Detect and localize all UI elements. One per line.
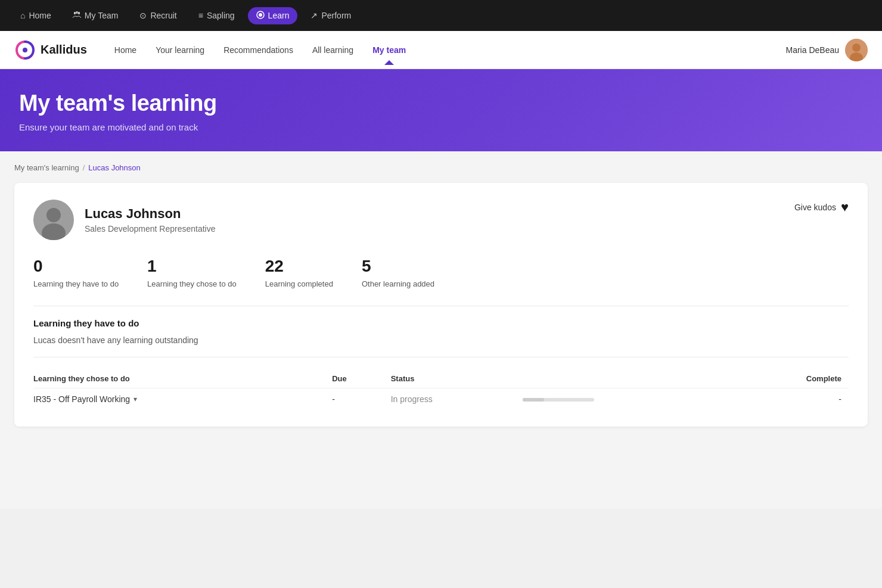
give-kudos-button[interactable]: Give kudos ♥: [794, 200, 849, 215]
profile-info: Lucas Johnson Sales Development Represen…: [33, 200, 215, 240]
recruit-icon: ⊙: [139, 11, 147, 20]
learning-item-status-cell: In progress: [391, 388, 523, 410]
logo[interactable]: Kallidus: [14, 39, 87, 61]
kallidus-logo-icon: [14, 39, 36, 61]
user-name: Maria DeBeau: [786, 45, 840, 55]
hero-banner: My team's learning Ensure your team are …: [0, 69, 882, 151]
top-navigation: ⌂ Home My Team ⊙ Recruit ≡ Sapling Learn: [0, 0, 882, 31]
kudos-label: Give kudos: [794, 203, 836, 212]
top-nav-item-perform[interactable]: ↗ Perform: [302, 7, 359, 24]
profile-name: Lucas Johnson: [85, 206, 215, 222]
stat-other-added: 5 Other learning added: [362, 257, 434, 289]
stat-have-to-do: 0 Learning they have to do: [33, 257, 119, 289]
table-row: IR35 - Off Payroll Working ▾ - In progre…: [33, 388, 849, 410]
user-avatar: [845, 39, 868, 61]
stat-completed: 22 Learning completed: [265, 257, 333, 289]
top-nav-item-recruit[interactable]: ⊙ Recruit: [131, 7, 185, 24]
stat-label-other-added: Other learning added: [362, 279, 434, 288]
stat-label-chose-to-do: Learning they chose to do: [147, 279, 237, 288]
my-team-icon: [73, 11, 81, 21]
profile-text: Lucas Johnson Sales Development Represen…: [85, 206, 215, 234]
svg-rect-1: [78, 12, 80, 14]
profile-avatar: [33, 200, 74, 240]
learn-icon: [256, 11, 265, 21]
sapling-icon: ≡: [198, 11, 203, 20]
col-header-complete: Complete: [734, 369, 849, 388]
divider-2: [33, 357, 849, 357]
stats-row: 0 Learning they have to do 1 Learning th…: [33, 257, 849, 289]
breadcrumb: My team's learning / Lucas Johnson: [14, 163, 868, 172]
active-nav-indicator: [384, 60, 394, 65]
home-icon: ⌂: [20, 11, 25, 20]
stat-number-have-to-do: 0: [33, 257, 119, 276]
profile-card: Lucas Johnson Sales Development Represen…: [14, 183, 868, 427]
profile-role: Sales Development Representative: [85, 224, 215, 234]
top-nav-item-my-team[interactable]: My Team: [64, 7, 127, 24]
stat-number-completed: 22: [265, 257, 333, 276]
divider-1: [33, 306, 849, 306]
profile-header: Lucas Johnson Sales Development Represen…: [33, 200, 849, 240]
col-header-progress: [523, 369, 735, 388]
learning-item-title: IR35 - Off Payroll Working: [33, 394, 130, 404]
stat-number-chose-to-do: 1: [147, 257, 237, 276]
hero-title: My team's learning: [19, 91, 863, 116]
secondary-nav-links: Home Your learning Recommendations All l…: [106, 41, 786, 60]
section-have-to-do: Learning they have to do Lucas doesn't h…: [33, 318, 849, 345]
svg-rect-0: [74, 12, 76, 14]
heart-icon: ♥: [841, 200, 849, 215]
sec-nav-home[interactable]: Home: [106, 41, 145, 60]
learning-item-status: In progress: [391, 394, 433, 404]
progress-bar: [523, 398, 594, 402]
stat-chose-to-do: 1 Learning they chose to do: [147, 257, 237, 289]
top-nav-item-sapling[interactable]: ≡ Sapling: [190, 7, 243, 24]
svg-point-4: [259, 13, 262, 17]
learning-table: Learning they chose to do Due Status Com…: [33, 369, 849, 410]
progress-bar-fill: [523, 398, 544, 402]
sec-nav-my-team-container: My team: [364, 45, 414, 55]
learning-item-due: -: [332, 388, 390, 410]
learning-item-progress-cell: [523, 388, 735, 410]
stat-label-completed: Learning completed: [265, 279, 333, 288]
sec-nav-recommendations[interactable]: Recommendations: [215, 41, 302, 60]
col-header-status: Status: [391, 369, 523, 388]
top-nav-item-home[interactable]: ⌂ Home: [12, 7, 60, 24]
hero-subtitle: Ensure your team are motivated and on tr…: [19, 122, 863, 132]
svg-rect-2: [76, 11, 77, 14]
sec-nav-your-learning[interactable]: Your learning: [147, 41, 213, 60]
chevron-down-icon[interactable]: ▾: [133, 395, 137, 403]
main-content: My team's learning / Lucas Johnson Lucas…: [0, 151, 882, 509]
col-header-name: Learning they chose to do: [33, 369, 332, 388]
stat-label-have-to-do: Learning they have to do: [33, 279, 119, 288]
svg-point-10: [46, 208, 61, 222]
logo-text: Kallidus: [41, 43, 87, 57]
section-chose-to-do: Learning they chose to do Due Status Com…: [33, 369, 849, 410]
sec-nav-all-learning[interactable]: All learning: [304, 41, 362, 60]
stat-number-other-added: 5: [362, 257, 434, 276]
section-have-to-do-empty: Lucas doesn't have any learning outstand…: [33, 335, 849, 345]
svg-point-7: [852, 43, 861, 52]
top-nav-item-learn[interactable]: Learn: [248, 7, 298, 24]
col-header-due: Due: [332, 369, 390, 388]
section-have-to-do-title: Learning they have to do: [33, 318, 849, 328]
user-profile-area[interactable]: Maria DeBeau: [786, 39, 868, 61]
learning-item-complete: -: [734, 388, 849, 410]
sec-nav-my-team[interactable]: My team: [364, 41, 414, 60]
secondary-navigation: Kallidus Home Your learning Recommendati…: [0, 31, 882, 69]
learning-item-name-cell: IR35 - Off Payroll Working ▾: [33, 388, 332, 410]
breadcrumb-current[interactable]: Lucas Johnson: [88, 163, 140, 172]
breadcrumb-parent[interactable]: My team's learning: [14, 163, 79, 172]
svg-point-5: [23, 48, 27, 52]
perform-icon: ↗: [310, 11, 318, 20]
learning-item-name: IR35 - Off Payroll Working ▾: [33, 394, 325, 404]
breadcrumb-separator: /: [83, 163, 85, 172]
